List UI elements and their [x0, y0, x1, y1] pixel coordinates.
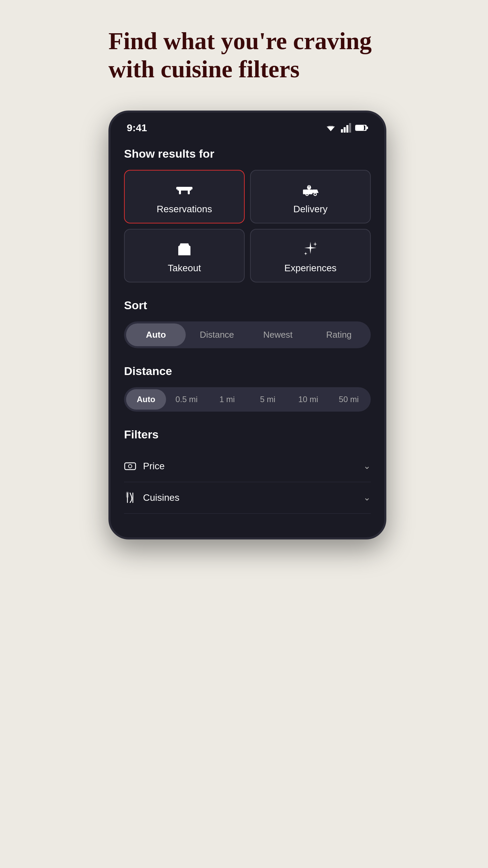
cuisines-icon	[124, 492, 136, 504]
svg-rect-5	[349, 123, 351, 133]
svg-point-19	[314, 193, 316, 195]
filters-section: Filters Price ⌄	[124, 428, 371, 514]
filter-row-left-cuisines: Cuisines	[124, 492, 179, 504]
filters-title: Filters	[124, 428, 371, 441]
filter-row-price[interactable]: Price ⌄	[124, 451, 371, 482]
cuisines-chevron-icon: ⌄	[363, 492, 371, 503]
status-icons	[325, 123, 368, 133]
price-icon	[124, 460, 136, 472]
svg-rect-24	[180, 243, 188, 246]
svg-rect-2	[341, 129, 343, 133]
battery-icon	[355, 124, 368, 132]
distance-segment-bar: Auto 0.5 mi 1 mi 5 mi 10 mi 50 mi	[124, 387, 371, 412]
delivery-label: Delivery	[293, 204, 327, 215]
svg-rect-9	[356, 125, 364, 130]
sort-option-auto[interactable]: Auto	[126, 323, 186, 346]
sort-option-distance[interactable]: Distance	[187, 323, 247, 346]
results-grid: Reservations Delivery	[124, 170, 371, 282]
svg-rect-4	[346, 125, 348, 133]
sort-option-rating[interactable]: Rating	[309, 323, 369, 346]
phone-notch	[237, 116, 258, 124]
delivery-icon	[302, 181, 319, 199]
svg-rect-20	[303, 190, 312, 194]
takeout-label: Takeout	[168, 263, 201, 274]
svg-rect-15	[178, 190, 191, 191]
experiences-label: Experiences	[284, 263, 337, 274]
distance-section: Distance Auto 0.5 mi 1 mi 5 mi 10 mi 50 …	[124, 364, 371, 412]
distance-option-50[interactable]: 50 mi	[329, 389, 369, 410]
sort-title: Sort	[124, 299, 371, 312]
svg-rect-7	[367, 126, 368, 129]
table-icon	[176, 181, 193, 199]
bag-icon	[176, 240, 193, 258]
price-chevron-icon: ⌄	[363, 461, 371, 471]
svg-point-26	[128, 465, 132, 468]
distance-option-auto[interactable]: Auto	[126, 389, 166, 410]
price-filter-label: Price	[143, 461, 165, 472]
page-headline: Find what you're craving with cuisine fi…	[108, 27, 386, 83]
sort-segment-bar: Auto Distance Newest Rating	[124, 321, 371, 348]
distance-option-10[interactable]: 10 mi	[288, 389, 328, 410]
distance-title: Distance	[124, 364, 371, 378]
signal-icon	[341, 123, 351, 133]
phone-shell: 9:41	[108, 111, 386, 539]
sort-option-newest[interactable]: Newest	[248, 323, 308, 346]
result-btn-delivery[interactable]: Delivery	[250, 170, 371, 223]
result-btn-experiences[interactable]: Experiences	[250, 229, 371, 282]
phone-content: Show results for Reservations	[110, 137, 384, 537]
cuisines-filter-label: Cuisines	[143, 492, 179, 503]
show-results-title: Show results for	[124, 147, 371, 160]
filter-row-cuisines[interactable]: Cuisines ⌄	[124, 482, 371, 514]
result-btn-reservations[interactable]: Reservations	[124, 170, 245, 223]
svg-rect-14	[176, 187, 192, 190]
distance-option-5[interactable]: 5 mi	[248, 389, 288, 410]
sort-section: Sort Auto Distance Newest Rating	[124, 299, 371, 348]
svg-rect-23	[178, 246, 190, 255]
filter-row-left-price: Price	[124, 460, 165, 472]
distance-option-0-5[interactable]: 0.5 mi	[167, 389, 207, 410]
wifi-icon	[325, 123, 337, 133]
sparkle-icon	[302, 240, 319, 258]
reservations-label: Reservations	[157, 204, 212, 215]
svg-rect-3	[344, 127, 346, 133]
result-btn-takeout[interactable]: Takeout	[124, 229, 245, 282]
distance-option-1[interactable]: 1 mi	[207, 389, 247, 410]
status-time: 9:41	[127, 122, 147, 134]
